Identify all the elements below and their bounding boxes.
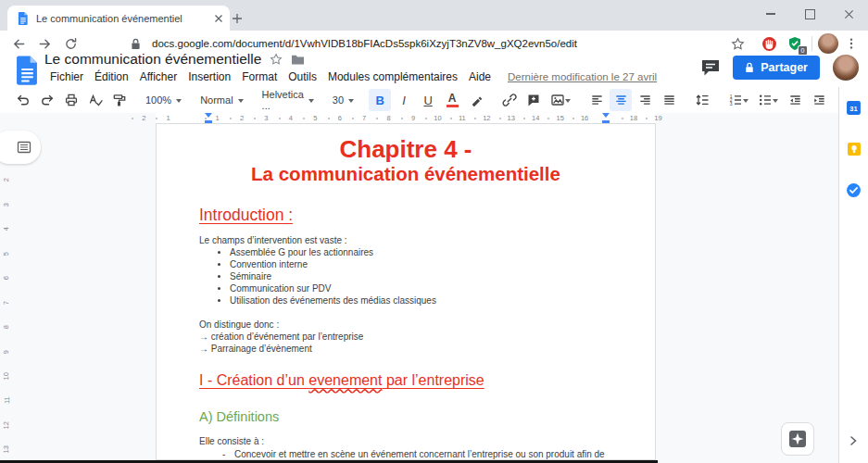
bold-button[interactable]: B [369, 89, 391, 111]
back-button[interactable] [6, 31, 31, 56]
section-heading: I - Création d’un evenement par l’entrep… [199, 374, 618, 386]
menu-item[interactable]: Modules complémentaires [322, 69, 463, 84]
misspelled-word: evenement [308, 372, 382, 388]
ruler-number: 9 [0, 350, 19, 354]
browser-tab[interactable]: Le communication événementiel [7, 6, 230, 31]
print-button[interactable] [60, 89, 82, 111]
tab-close-icon[interactable] [213, 13, 224, 24]
ruler-number: 14 [523, 114, 547, 122]
text-color-swatch [447, 105, 459, 107]
menu-item[interactable]: Aide [463, 69, 497, 84]
right-indent-marker[interactable] [602, 113, 610, 123]
style-value: Normal [200, 94, 233, 106]
line-spacing-button[interactable] [691, 89, 713, 111]
share-button[interactable]: Partager [733, 56, 820, 80]
italic-button[interactable]: I [393, 89, 415, 111]
last-modified-link[interactable]: Dernière modification le 27 avril [508, 71, 657, 82]
account-avatar[interactable] [833, 55, 859, 81]
menu-item[interactable]: Insertion [182, 69, 236, 84]
browser-profile-avatar[interactable] [818, 33, 838, 54]
new-tab-button[interactable] [226, 7, 248, 30]
zoom-select[interactable]: 100% [141, 89, 186, 111]
menu-item[interactable]: Outils [283, 69, 322, 84]
ruler-number: 15 [547, 114, 572, 122]
ruler-number: 11 [0, 397, 19, 405]
ruler-number: 13 [0, 445, 19, 453]
chevron-right-icon [848, 434, 859, 447]
divider [811, 36, 812, 51]
chevron-down-icon [743, 99, 748, 106]
spellcheck-button[interactable] [84, 89, 107, 111]
text-color-button[interactable]: A [441, 89, 463, 111]
ruler-number: 9 [401, 114, 425, 122]
underline-button[interactable]: U [417, 89, 439, 111]
align-left-button[interactable] [585, 89, 608, 111]
ruler-number: 16 [572, 114, 597, 122]
hand-stop-icon [761, 36, 777, 52]
redo-button[interactable] [36, 89, 58, 111]
ruler-number: 10 [425, 114, 449, 122]
star-document-icon[interactable] [270, 53, 283, 66]
ruler-number: 12 [474, 114, 498, 122]
calendar-icon[interactable]: 31 [846, 100, 862, 116]
shield-extension-button[interactable]: 0 [784, 32, 806, 55]
definition-lead: Elle consiste à : [199, 435, 618, 447]
styles-select[interactable]: Normal [195, 89, 247, 111]
bulleted-list-button[interactable] [754, 89, 782, 111]
show-outline-button[interactable] [0, 131, 41, 164]
increase-indent-button[interactable] [808, 89, 830, 111]
doc-heading-subtitle: La communication événementielle [157, 163, 655, 185]
definition-text: Concevoir et mettre en scène un événemen… [234, 449, 605, 459]
tasks-icon[interactable] [846, 182, 862, 198]
browser-menu-button[interactable] [838, 31, 864, 56]
explore-button[interactable] [781, 422, 814, 456]
bookmark-star-button[interactable] [724, 31, 750, 56]
chevron-down-icon [348, 99, 354, 106]
font-size-select[interactable]: 30 [328, 89, 359, 111]
menu-item[interactable]: Format [236, 69, 283, 84]
open-comments-button[interactable] [701, 59, 720, 77]
add-comment-button[interactable] [522, 89, 545, 111]
numbered-list-button[interactable]: 123 [724, 89, 752, 111]
menu-items: FichierÉditionAfficherInsertionFormatOut… [44, 69, 497, 84]
left-indent-marker[interactable] [205, 113, 212, 123]
kebab-menu-icon [845, 37, 858, 50]
definition-item: - Concevoir et mettre en scène un événem… [199, 448, 618, 460]
docs-app-icon[interactable] [16, 56, 39, 85]
align-center-button[interactable] [610, 89, 632, 111]
side-panel: 31 [838, 87, 868, 463]
paint-format-button[interactable] [108, 89, 131, 111]
document-page[interactable]: Chapitre 4 - La communication événementi… [156, 123, 656, 460]
menu-item[interactable]: Édition [89, 69, 134, 84]
chevron-down-icon [565, 99, 571, 106]
font-select[interactable]: Helvetica ... [258, 89, 319, 111]
minimize-button[interactable] [751, 0, 790, 28]
adblock-extension-button[interactable] [758, 32, 780, 55]
bullet-item: Convention interne [230, 258, 618, 270]
move-folder-icon[interactable] [291, 54, 305, 66]
undo-button[interactable] [12, 89, 34, 111]
url-text[interactable]: docs.google.com/document/d/1VwhVIDB18bFI… [152, 38, 577, 49]
arrow-item: → création d’événement par l’entreprise [199, 331, 618, 343]
font-value: Helvetica ... [262, 89, 304, 111]
align-right-button[interactable] [634, 89, 656, 111]
justify-button[interactable] [658, 89, 680, 111]
hide-side-panel-button[interactable] [846, 433, 861, 448]
insert-image-button[interactable] [547, 89, 574, 111]
menu-item[interactable]: Afficher [134, 69, 182, 84]
bullet-item: Communication sur PDV [230, 282, 618, 294]
maximize-button[interactable] [790, 0, 829, 28]
insert-link-button[interactable] [498, 89, 521, 111]
vertical-ruler[interactable]: 12345678910111213 [0, 123, 12, 463]
document-title[interactable]: Le communication événementielle [44, 51, 261, 68]
highlight-color-button[interactable] [465, 89, 487, 111]
menu-item[interactable]: Fichier [44, 69, 89, 84]
decrease-indent-button[interactable] [784, 89, 806, 111]
close-button[interactable] [829, 0, 868, 28]
lock-icon [131, 38, 141, 50]
chevron-down-icon [176, 99, 182, 106]
intro-heading: Introduction : [199, 209, 618, 221]
ruler-number: 2 [230, 114, 254, 122]
keep-icon[interactable] [847, 142, 862, 156]
ruler-number: 2 [132, 114, 156, 122]
